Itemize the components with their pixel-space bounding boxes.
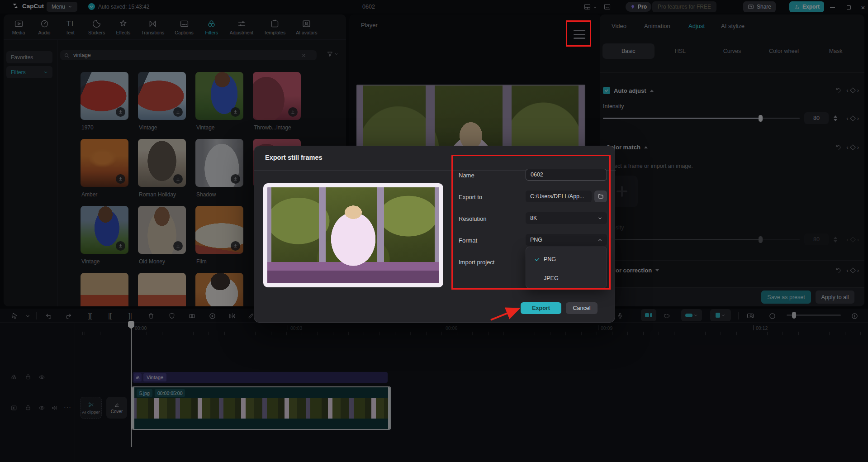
annotation-box-export-fields — [451, 155, 611, 290]
dialog-cancel-button[interactable]: Cancel — [566, 302, 598, 314]
dialog-title: Export still frames — [265, 154, 323, 161]
annotation-arrow — [477, 296, 536, 328]
annotation-box-player-menu — [566, 20, 591, 47]
capcut-window: CapCut Menu Auto saved: 15:43:42 0602 Pr… — [0, 0, 868, 462]
frame-preview-image — [263, 183, 443, 287]
